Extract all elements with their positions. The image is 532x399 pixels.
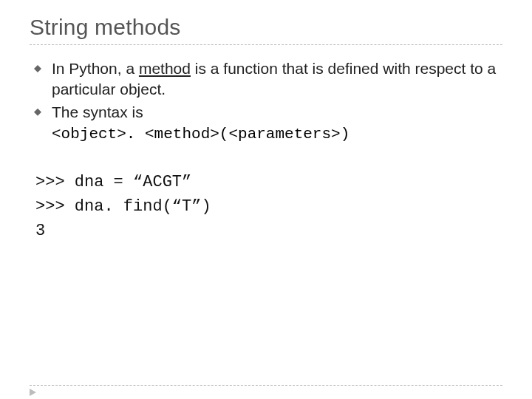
code-block: >>> dna = “ACGT” >>> dna. find(“T”) 3 xyxy=(35,170,502,243)
slide-body: In Python, a method is a function that i… xyxy=(30,58,502,243)
bullet-text-underlined: method xyxy=(139,60,191,77)
code-line: 3 xyxy=(35,222,45,240)
code-line: >>> dna. find(“T”) xyxy=(35,197,211,216)
slide-title: String methods xyxy=(30,15,502,40)
bullet-item: In Python, a method is a function that i… xyxy=(34,58,502,100)
slide-marker-icon xyxy=(30,389,36,396)
footer-divider xyxy=(30,385,502,386)
bullet-text-pre: The syntax is xyxy=(52,103,143,120)
bullet-list: In Python, a method is a function that i… xyxy=(34,58,502,123)
syntax-line: <object>. <method>(<parameters>) xyxy=(34,124,502,145)
code-line: >>> dna = “ACGT” xyxy=(35,173,191,191)
title-block: String methods xyxy=(30,15,502,45)
slide: String methods In Python, a method is a … xyxy=(0,0,532,399)
bullet-text-pre: In Python, a xyxy=(52,60,139,77)
title-divider xyxy=(30,44,502,45)
bullet-item: The syntax is xyxy=(34,102,502,123)
footer xyxy=(30,385,502,386)
